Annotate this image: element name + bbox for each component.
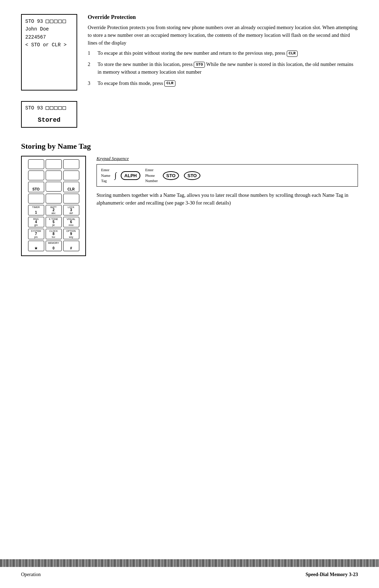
key-1-top: TIMER	[32, 206, 40, 208]
key-4: RNG 4 ghi	[28, 217, 44, 227]
seq-arrow-1: ∫	[114, 171, 117, 180]
key-blank-1-3	[63, 159, 79, 169]
key-blank-3-2	[46, 182, 62, 192]
display-box-1: STO 93 John Doe 2224567 < STO or CLR >	[21, 14, 77, 91]
mem-sq-2	[50, 20, 53, 23]
key-9: OPTION 9 wxy	[63, 229, 79, 239]
mem-sq2-4	[58, 106, 62, 110]
key-star-main: ★	[34, 246, 38, 250]
name-tag-heading: Storing by Name Tag	[21, 142, 358, 151]
display1-line3: 2224567	[25, 33, 73, 41]
keypad-row-6: RNG 4 ghi K TONE 5 jkl VISUAL 6 mno	[25, 217, 82, 227]
key-4-sub: ghi	[34, 224, 38, 226]
mem-sq-5	[62, 20, 66, 23]
key-star: ★	[28, 241, 44, 251]
mem-sq-1	[46, 20, 49, 23]
override-steps: 1 To escape at this point without storin…	[88, 49, 358, 87]
footer-right: Speed-Dial Memory 3-23	[306, 572, 358, 577]
page-content: STO 93 John Doe 2224567 < STO or CLR > O…	[0, 0, 379, 256]
mem-sq2-5	[62, 106, 66, 110]
keypad-row-8: ★ MEMORY 0 #	[25, 241, 82, 251]
key-blank-4-2	[46, 194, 62, 203]
step1-num: 1	[88, 49, 93, 57]
key-4-main: 4	[35, 220, 37, 224]
key-6-sub: mno	[69, 224, 74, 226]
key-5-top: K TONE	[49, 218, 58, 220]
step2-text: To store the new number in this location…	[98, 61, 358, 76]
keypad-row-1	[25, 159, 82, 169]
key-3-sub: def	[69, 212, 73, 214]
key-7-top: SYSTEM	[31, 230, 41, 232]
bottom-section: STO CLR TIMER 1	[21, 156, 358, 256]
stored-label: Stored	[25, 116, 73, 123]
keypad-sequence-label: Keypad Sequence	[97, 156, 358, 161]
name-tag-section: Storing by Name Tag	[21, 142, 358, 256]
key-8-sub: tuv	[52, 236, 55, 238]
keypad-right: Keypad Sequence EnterNameTag ∫ ALPH Ente…	[97, 156, 358, 256]
key-3-main: 3	[70, 208, 72, 212]
key-8-main: 8	[53, 232, 55, 236]
seq-sto1-btn: STO	[163, 171, 179, 180]
key-8-top: CLOCK	[49, 230, 58, 232]
memory-squares	[46, 20, 66, 23]
key-6: VISUAL 6 mno	[63, 217, 79, 227]
key-3-top: LOCK	[68, 206, 74, 208]
seq-enter-name: EnterNameTag	[101, 167, 110, 183]
footer-bar	[0, 559, 379, 567]
middle-spacer	[88, 101, 358, 128]
sequence-diagram: EnterNameTag ∫ ALPH EnterPhoneNumber STO…	[97, 164, 358, 187]
key-2: BATT 2 abc	[46, 205, 62, 215]
display-box-2: STO 93 Stored	[21, 101, 77, 128]
key-blank-4-1	[28, 194, 44, 203]
key-clr-label: CLR	[67, 187, 75, 191]
seq-sto2-btn: STO	[184, 171, 200, 180]
step-3: 3 To escape from this mode, press CLR	[88, 80, 358, 87]
step-1: 1 To escape at this point without storin…	[88, 49, 358, 57]
key-0-main: 0	[53, 246, 55, 250]
display2-line1: STO 93	[25, 105, 43, 111]
key-8: CLOCK 8 tuv	[46, 229, 62, 239]
key-sto-main: STO	[28, 182, 44, 192]
name-tag-body: Storing numbers together with a Name Tag…	[97, 192, 358, 207]
key-5: K TONE 5 jkl	[46, 217, 62, 227]
seq-enter-phone-text: EnterPhoneNumber	[145, 167, 158, 183]
override-body: Override Protection protects you from st…	[88, 24, 358, 47]
keypad-row-2	[25, 171, 82, 180]
key-9-sub: wxy	[69, 236, 73, 238]
key-hash: #	[63, 241, 79, 251]
key-7-sub: prs	[34, 236, 38, 238]
clr-badge-1: CLR	[287, 51, 298, 56]
key-4-top: RNG	[33, 218, 39, 220]
clr-badge-2: CLR	[164, 80, 175, 86]
mem-sq2-3	[54, 106, 58, 110]
seq-alph-btn: ALPH	[121, 171, 140, 180]
mem-sq-3	[54, 20, 58, 23]
memory-squares-2	[46, 106, 66, 110]
sto-badge: STO	[194, 62, 205, 68]
key-5-main: 5	[53, 220, 55, 224]
key-blank-1-1	[28, 159, 44, 169]
keypad-row-4	[25, 194, 82, 203]
key-5-sub: jkl	[52, 224, 55, 226]
key-0-top: MEMORY	[48, 242, 59, 244]
step2-num: 2	[88, 61, 93, 76]
key-clr: CLR	[63, 182, 79, 192]
key-blank-2-3	[63, 171, 79, 180]
step3-num: 3	[88, 80, 93, 87]
seq-enter-name-text: EnterNameTag	[101, 167, 110, 183]
key-6-main: 6	[70, 220, 72, 224]
override-heading: Override Protection	[88, 14, 358, 20]
key-blank-1-2	[46, 159, 62, 169]
step3-text: To escape from this mode, press CLR	[98, 80, 175, 87]
key-sto-label: STO	[32, 187, 39, 191]
key-6-top: VISUAL	[67, 218, 75, 220]
step1-text: To escape at this point without storing …	[98, 49, 298, 57]
key-blank-2-2	[46, 171, 62, 180]
key-9-top: OPTION	[66, 230, 76, 232]
override-protection-section: STO 93 John Doe 2224567 < STO or CLR > O…	[21, 14, 358, 91]
seq-enter-phone: EnterPhoneNumber	[145, 167, 158, 183]
override-right-text: Override Protection Override Protection …	[88, 14, 358, 91]
keypad-row-3: STO CLR	[25, 182, 82, 192]
footer-left: Operation	[21, 572, 41, 577]
key-3: LOCK 3 def	[63, 205, 79, 215]
